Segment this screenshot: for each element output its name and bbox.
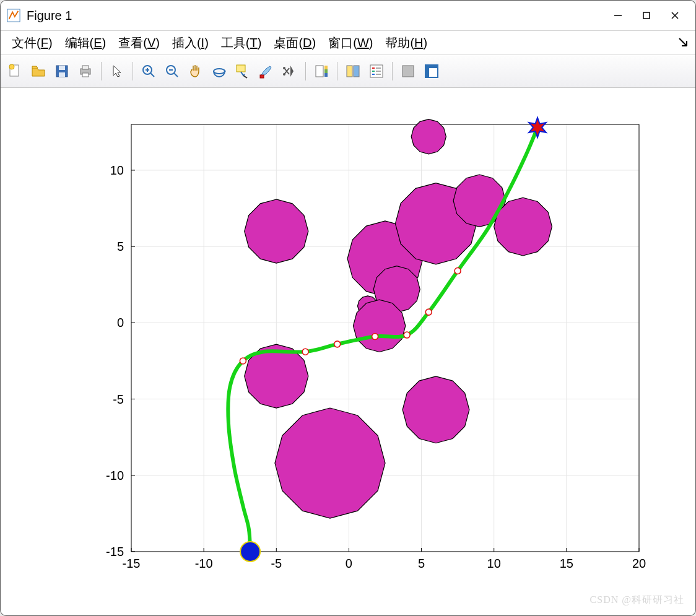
matlab-icon: [7, 9, 20, 22]
menu-file[interactable]: 文件(F): [6, 32, 59, 54]
goal-marker: [529, 118, 546, 137]
dock-arrow-icon[interactable]: [678, 37, 689, 51]
waypoint-marker: [334, 341, 341, 347]
menu-bar: 文件(F) 编辑(E) 查看(V) 插入(I) 工具(T) 桌面(D) 窗口(W…: [1, 31, 695, 55]
svg-rect-11: [82, 66, 89, 69]
svg-rect-9: [59, 72, 65, 77]
waypoint-marker: [240, 358, 246, 364]
svg-text:10: 10: [110, 163, 124, 177]
datatip-icon[interactable]: [232, 61, 253, 82]
axes-container: -15-10-505101520-15-10-50510: [38, 106, 658, 597]
svg-text:0: 0: [117, 316, 124, 329]
menu-desktop[interactable]: 桌面(D): [268, 32, 322, 54]
maximize-button[interactable]: [632, 6, 661, 25]
brush-icon[interactable]: [256, 61, 277, 82]
pointer-icon[interactable]: [107, 61, 128, 82]
svg-text:5: 5: [418, 557, 425, 570]
svg-text:20: 20: [632, 557, 646, 570]
show-tools-icon[interactable]: [421, 61, 442, 82]
minimize-button[interactable]: [604, 6, 632, 25]
svg-point-25: [283, 73, 285, 76]
menu-help[interactable]: 帮助(H): [379, 32, 433, 54]
svg-rect-27: [316, 66, 323, 77]
rotate3d-icon[interactable]: [209, 61, 230, 82]
svg-rect-40: [402, 66, 414, 77]
svg-marker-26: [290, 66, 294, 77]
start-marker: [240, 542, 260, 562]
colorbar-icon[interactable]: [311, 61, 332, 82]
svg-rect-30: [324, 69, 328, 73]
menu-insert[interactable]: 插入(I): [166, 32, 215, 54]
svg-rect-23: [260, 75, 264, 78]
menu-window[interactable]: 窗口(W): [322, 32, 379, 54]
print-icon[interactable]: [75, 61, 96, 82]
legend-icon[interactable]: [342, 61, 363, 82]
title-bar: Figure 1: [1, 1, 695, 31]
menu-view[interactable]: 查看(V): [112, 32, 166, 54]
waypoint-marker: [425, 309, 432, 315]
obstacle: [245, 199, 308, 263]
svg-text:0: 0: [346, 557, 352, 570]
svg-rect-2: [643, 12, 650, 19]
waypoint-marker: [302, 349, 308, 355]
close-button[interactable]: [661, 6, 689, 25]
svg-text:-15: -15: [123, 557, 141, 570]
svg-text:10: 10: [487, 557, 501, 570]
svg-point-20: [214, 69, 225, 74]
waypoint-marker: [372, 334, 378, 340]
obstacle: [402, 376, 469, 443]
svg-text:-15: -15: [106, 545, 124, 558]
svg-rect-12: [82, 73, 89, 77]
svg-text:5: 5: [117, 240, 124, 253]
watermark-text: CSDN @科研研习社: [590, 594, 684, 607]
figure-toolbar: [1, 55, 695, 88]
zoom-out-icon[interactable]: [162, 61, 183, 82]
svg-text:-10: -10: [195, 557, 213, 570]
svg-rect-32: [354, 66, 359, 77]
svg-text:15: 15: [560, 557, 573, 570]
svg-rect-43: [425, 65, 438, 68]
svg-text:-10: -10: [106, 469, 124, 482]
svg-rect-8: [59, 66, 65, 70]
obstacle: [275, 408, 385, 518]
svg-rect-22: [237, 65, 245, 72]
figure-window: Figure 1 文件(F) 编辑(E) 查看(V) 插入(I) 工具(T) 桌…: [0, 0, 696, 616]
insert-legend-icon[interactable]: [366, 61, 387, 82]
svg-point-6: [9, 64, 14, 69]
axes-svg: -15-10-505101520-15-10-50510: [38, 106, 658, 595]
svg-rect-31: [347, 66, 352, 77]
pan-icon[interactable]: [185, 61, 206, 82]
axes-area[interactable]: -15-10-505101520-15-10-50510 CSDN @科研研习社: [1, 88, 695, 615]
save-icon[interactable]: [51, 61, 72, 82]
zoom-in-icon[interactable]: [138, 61, 159, 82]
window-title: Figure 1: [27, 9, 72, 23]
menu-tools[interactable]: 工具(T): [215, 32, 268, 54]
menu-edit[interactable]: 编辑(E): [59, 32, 113, 54]
svg-text:-5: -5: [113, 393, 124, 406]
svg-text:-5: -5: [271, 557, 282, 570]
waypoint-marker: [455, 268, 461, 274]
svg-line-18: [174, 73, 178, 77]
link-icon[interactable]: [279, 61, 300, 82]
svg-rect-29: [324, 66, 328, 69]
new-figure-icon[interactable]: [4, 61, 25, 82]
svg-point-24: [283, 67, 285, 69]
waypoint-marker: [404, 332, 410, 338]
svg-line-14: [150, 73, 154, 77]
open-icon[interactable]: [28, 61, 49, 82]
hide-tools-icon[interactable]: [398, 61, 419, 82]
